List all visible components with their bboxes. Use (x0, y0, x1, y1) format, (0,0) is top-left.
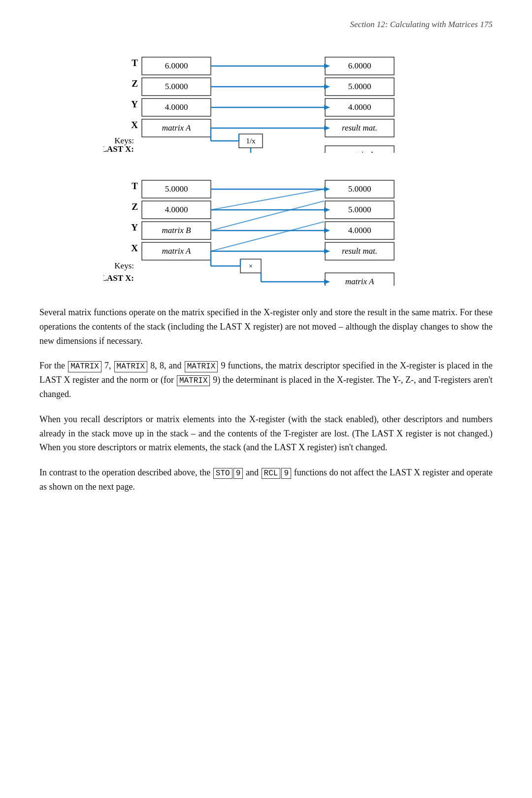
diagram2-section: T Z Y X 5.0000 4.0000 matrix B matrix A … (39, 172, 493, 286)
svg-text:5.0000: 5.0000 (348, 205, 371, 214)
svg-text:4.0000: 4.0000 (165, 102, 188, 112)
svg-text:LAST X:: LAST X: (103, 144, 134, 153)
svg-text:6.0000: 6.0000 (165, 61, 188, 70)
svg-text:matrix A: matrix A (345, 277, 374, 286)
diagram1-svg: T Z Y X 6.0000 5.0000 4.0000 matrix A 1/… (103, 49, 429, 153)
svg-text:X: X (131, 120, 138, 130)
header-text: Section 12: Calculating with Matrices 17… (350, 20, 493, 29)
svg-text:matrix A: matrix A (162, 123, 191, 133)
svg-text:4.0000: 4.0000 (348, 226, 371, 235)
diagram2-svg: T Z Y X 5.0000 4.0000 matrix B matrix A … (103, 172, 429, 286)
svg-text:5.0000: 5.0000 (348, 184, 371, 194)
svg-text:4.0000: 4.0000 (165, 205, 188, 214)
paragraph2: For the MATRIX 7, MATRIX 8, 8, and MATRI… (39, 359, 493, 401)
svg-text:Y: Y (131, 99, 138, 109)
svg-text:matrix A: matrix A (162, 246, 191, 256)
matrix-box-3: MATRIX (185, 361, 218, 372)
svg-text:LAST X:: LAST X: (103, 273, 134, 283)
svg-text:T: T (132, 181, 138, 191)
svg-text:5.0000: 5.0000 (165, 184, 188, 194)
svg-text:X: X (131, 243, 138, 253)
sto-box: STO (213, 468, 233, 479)
svg-text:result mat.: result mat. (342, 246, 377, 256)
svg-text:Y: Y (131, 222, 138, 233)
svg-text:4.0000: 4.0000 (348, 102, 371, 112)
matrix-box-4: MATRIX (177, 375, 210, 387)
paragraph1: Several matrix functions operate on the … (39, 305, 493, 348)
svg-text:matrix A: matrix A (345, 150, 374, 153)
svg-text:T: T (132, 58, 138, 68)
svg-text:Z: Z (132, 78, 138, 89)
svg-text:matrix B: matrix B (162, 226, 191, 235)
svg-text:×: × (249, 262, 253, 270)
svg-text:Z: Z (132, 201, 138, 212)
paragraph3: When you recall descriptors or matrix el… (39, 412, 493, 455)
svg-text:result mat.: result mat. (342, 123, 377, 133)
diagram1-section: T Z Y X 6.0000 5.0000 4.0000 matrix A 1/… (39, 49, 493, 153)
matrix-box-1: MATRIX (68, 361, 101, 372)
rcl-9-box: 9 (281, 468, 291, 479)
svg-text:Keys:: Keys: (114, 261, 134, 270)
rcl-box: RCL (262, 468, 281, 479)
svg-text:6.0000: 6.0000 (348, 61, 371, 70)
paragraph4: In contrast to the operation described a… (39, 466, 493, 494)
svg-text:5.0000: 5.0000 (348, 82, 371, 91)
svg-text:5.0000: 5.0000 (165, 82, 188, 91)
sto-9-box: 9 (233, 468, 243, 479)
svg-line-74 (211, 189, 324, 210)
svg-text:1/x: 1/x (246, 137, 256, 145)
page-header: Section 12: Calculating with Matrices 17… (39, 20, 493, 30)
matrix-box-2: MATRIX (114, 361, 148, 372)
